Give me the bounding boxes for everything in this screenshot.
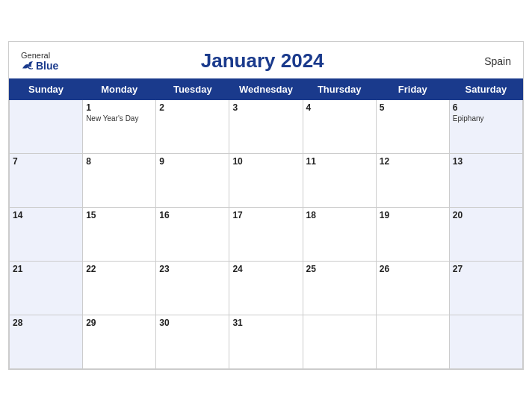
calendar-cell: 18 (303, 208, 376, 262)
day-number: 22 (86, 264, 152, 274)
calendar-cell: 23 (156, 262, 229, 315)
calendar-cell: 26 (376, 262, 449, 315)
logo-area: General Blue (21, 51, 58, 72)
day-number: 3 (232, 102, 299, 113)
day-number: 31 (232, 318, 299, 328)
calendar-cell: 21 (10, 262, 83, 315)
country-name: Spain (466, 55, 511, 67)
calendar-cell: 11 (303, 154, 376, 208)
calendar-cell: 8 (83, 154, 156, 208)
header-monday: Monday (83, 79, 156, 100)
calendar-cell: 30 (156, 315, 229, 369)
header-friday: Friday (376, 79, 449, 100)
day-number: 27 (453, 264, 519, 274)
calendar-cell: 29 (83, 315, 156, 369)
day-number: 20 (453, 210, 519, 220)
calendar-cell: 12 (376, 154, 449, 208)
calendar-cell: 25 (303, 262, 376, 315)
day-number: 7 (13, 156, 79, 167)
calendar-cell: 15 (83, 208, 156, 262)
calendar-cell: 6Epiphany (449, 100, 522, 154)
day-number: 28 (13, 318, 79, 328)
calendar-cell: 16 (156, 208, 229, 262)
calendar-cell: 28 (10, 315, 83, 369)
day-number: 13 (453, 156, 519, 167)
calendar-cell: 4 (303, 100, 376, 154)
calendar-cell: 22 (83, 262, 156, 315)
calendar-cell: 17 (229, 208, 303, 262)
week-row-1: 1New Year's Day23456Epiphany (10, 100, 523, 154)
week-row-4: 21222324252627 (10, 262, 523, 315)
day-number: 6 (453, 102, 519, 113)
calendar-container: General Blue January 2024 Spain Sunday M… (8, 41, 524, 370)
logo-bird-icon (21, 61, 34, 71)
day-event: New Year's Day (86, 114, 152, 123)
day-number: 30 (159, 318, 226, 328)
day-number: 5 (380, 102, 446, 113)
day-number: 19 (380, 210, 446, 220)
day-number: 8 (86, 156, 152, 167)
week-row-2: 78910111213 (10, 154, 523, 208)
calendar-cell: 27 (449, 262, 522, 315)
day-number: 29 (86, 318, 152, 328)
day-number: 15 (86, 210, 152, 220)
week-row-3: 14151617181920 (10, 208, 523, 262)
calendar-cell (303, 315, 376, 369)
day-number: 14 (13, 210, 79, 220)
calendar-cell: 24 (229, 262, 303, 315)
header-tuesday: Tuesday (156, 79, 229, 100)
calendar-title: January 2024 (58, 49, 466, 72)
day-number: 4 (306, 102, 373, 113)
calendar-cell: 1New Year's Day (83, 100, 156, 154)
header-thursday: Thursday (303, 79, 376, 100)
day-number: 17 (232, 210, 299, 220)
day-number: 21 (13, 264, 79, 274)
calendar-header: General Blue January 2024 Spain (9, 42, 523, 78)
logo-blue-text: Blue (21, 60, 58, 72)
day-number: 9 (159, 156, 226, 167)
calendar-cell: 31 (229, 315, 303, 369)
day-number: 10 (232, 156, 299, 167)
day-event: Epiphany (453, 114, 519, 123)
day-number: 11 (306, 156, 373, 167)
header-wednesday: Wednesday (229, 79, 303, 100)
day-number: 12 (380, 156, 446, 167)
day-number: 25 (306, 264, 373, 274)
header-sunday: Sunday (10, 79, 83, 100)
day-number: 16 (159, 210, 226, 220)
calendar-cell (449, 315, 522, 369)
calendar-cell: 13 (449, 154, 522, 208)
calendar-cell: 9 (156, 154, 229, 208)
day-number: 23 (159, 264, 226, 274)
calendar-cell (10, 100, 83, 154)
calendar-cell: 7 (10, 154, 83, 208)
header-saturday: Saturday (449, 79, 522, 100)
weekday-header-row: Sunday Monday Tuesday Wednesday Thursday… (10, 79, 523, 100)
day-number: 24 (232, 264, 299, 274)
calendar-cell: 5 (376, 100, 449, 154)
calendar-cell: 14 (10, 208, 83, 262)
day-number: 18 (306, 210, 373, 220)
calendar-cell: 2 (156, 100, 229, 154)
week-row-5: 28293031 (10, 315, 523, 369)
calendar-cell (376, 315, 449, 369)
calendar-table: Sunday Monday Tuesday Wednesday Thursday… (9, 78, 523, 369)
day-number: 1 (86, 102, 152, 113)
calendar-cell: 19 (376, 208, 449, 262)
calendar-cell: 10 (229, 154, 303, 208)
day-number: 26 (380, 264, 446, 274)
calendar-cell: 20 (449, 208, 522, 262)
day-number: 2 (159, 102, 226, 113)
calendar-cell: 3 (229, 100, 303, 154)
logo-general-text: General (21, 51, 50, 60)
